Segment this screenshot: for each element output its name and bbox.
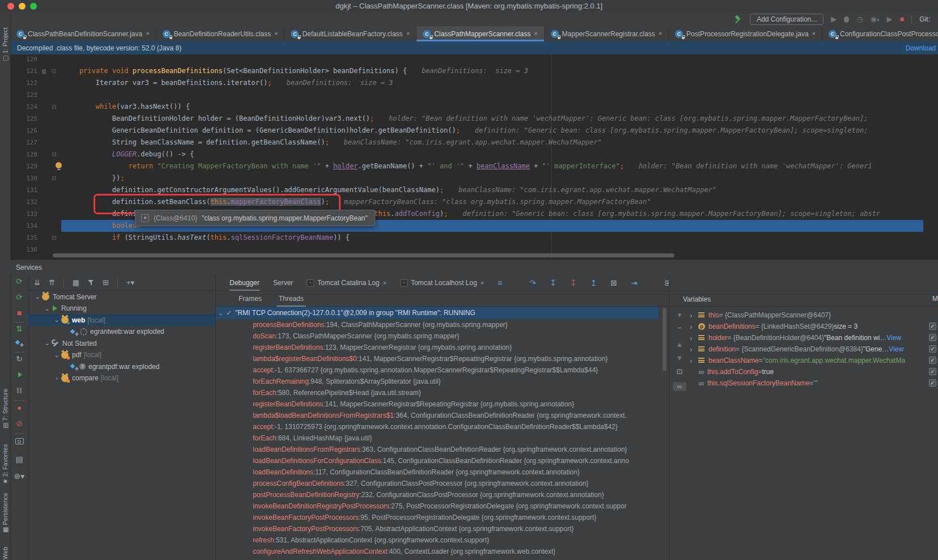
chevron-down-icon[interactable]: ⌄	[52, 351, 61, 359]
debug-server-icon[interactable]: ⟳	[10, 292, 28, 302]
stack-frame-row[interactable]: postProcessBeanDefinitionRegistry:232, C…	[216, 489, 669, 500]
fold-marker-icon[interactable]: ⊟	[52, 172, 56, 184]
enabled-checkbox[interactable]: ✓	[929, 334, 936, 341]
tool-window-stripe-button[interactable]: Web	[2, 547, 9, 559]
stack-frame-row[interactable]: invokeBeanFactoryPostProcessors:705, Abs…	[216, 523, 669, 534]
stack-frame-row[interactable]: processConfigBeanDefinitions:327, Config…	[216, 478, 669, 489]
enabled-checkbox[interactable]: ✓	[929, 368, 936, 375]
stack-frame-row[interactable]: configureAndRefreshWebApplicationContext…	[216, 546, 669, 557]
layout-icon[interactable]: ▤	[10, 455, 28, 464]
view-link[interactable]: View	[889, 345, 903, 353]
collapse-all-icon[interactable]: ⇈	[49, 278, 55, 287]
tree-row-compare[interactable]: ›compare[local]	[28, 372, 215, 384]
chevron-right-icon[interactable]: ›	[690, 334, 698, 342]
code-line[interactable]: 122 Iterator var3 = beanDefinitions.iter…	[10, 77, 938, 89]
editor-tab[interactable]: CConfigurationClassPostProcessor.java×	[822, 26, 938, 41]
enabled-checkbox[interactable]: ✓	[929, 345, 936, 353]
group-by-icon[interactable]: ▦	[73, 278, 79, 287]
tab-frames[interactable]: Frames	[239, 291, 262, 307]
editor-tab[interactable]: CMapperScannerRegistrar.class×	[545, 26, 669, 41]
frames-scrollbar[interactable]	[663, 308, 667, 371]
add-watch-icon[interactable]: +	[674, 311, 685, 320]
tree-row-Tomcat-Server[interactable]: ⌄Tomcat Server	[28, 291, 215, 303]
stack-frame-row[interactable]: accept:-1, 1310725973 {org.springframewo…	[216, 421, 669, 432]
add-configuration-button[interactable]: Add Configuration...	[750, 14, 824, 25]
view-breakpoints-icon[interactable]: ●	[10, 403, 28, 412]
debugger-tab-server[interactable]: Server	[273, 275, 293, 291]
remove-watch-icon[interactable]: −	[674, 324, 685, 333]
pause-icon[interactable]	[10, 386, 28, 395]
stack-frame-row[interactable]: invokeBeanDefinitionRegistryPostProcesso…	[216, 500, 669, 512]
stack-frame-row[interactable]: loadBeanDefinitionsFromRegistrars:363, C…	[216, 444, 669, 455]
variable-row[interactable]: ∞this.addToConfig = true	[690, 366, 927, 377]
thread-filter-icon[interactable]: ≡	[498, 279, 502, 287]
variable-row[interactable]: ›definition = {ScannedGenericBeanDefinit…	[690, 343, 927, 355]
stack-frame-row[interactable]: invokeBeanFactoryPostProcessors:95, Post…	[216, 512, 669, 523]
thread-row[interactable]: ⌄ ✓ "RMI TCP Connection(2)-127.0.0.1"@2,…	[216, 307, 658, 319]
fold-marker-icon[interactable]: ⊟	[52, 101, 56, 113]
step-out-icon[interactable]: ↥	[590, 279, 597, 287]
code-line[interactable]: 128⊟ LOGGER.debug(() -> {	[10, 149, 938, 160]
variable-row[interactable]: ∞this.sqlSessionFactoryBeanName = ""	[690, 377, 927, 389]
step-over-icon[interactable]: ↷	[529, 279, 536, 287]
enabled-checkbox[interactable]: ✓	[929, 323, 936, 330]
close-icon[interactable]: ×	[659, 31, 662, 37]
close-icon[interactable]: ×	[406, 31, 410, 37]
stop-button-icon[interactable]: ■	[899, 15, 904, 23]
close-icon[interactable]: ×	[812, 31, 816, 37]
mute-breakpoints-icon[interactable]: ⊘	[10, 419, 28, 428]
code-line[interactable]: 121@⊟ private void processBeanDefinition…	[10, 65, 938, 77]
move-up-icon[interactable]: ▲	[674, 340, 685, 349]
fold-marker-icon[interactable]: ⊟	[52, 65, 56, 77]
close-window-button[interactable]	[7, 3, 14, 10]
variable-row[interactable]: ›holder = {BeanDefinitionHolder@6404} "B…	[690, 332, 927, 343]
stack-frame-row[interactable]: forEachRemaining:948, Spliterators$Array…	[216, 376, 669, 387]
code-line[interactable]: 127 String beanClassName = definition.ge…	[10, 137, 938, 149]
tool-window-stripe-button[interactable]: ▦ Persistence	[2, 493, 9, 533]
run-to-cursor-icon[interactable]: ⇥	[631, 279, 638, 287]
build-hammer-icon[interactable]	[734, 15, 742, 24]
chevron-down-icon[interactable]: ⌄	[33, 293, 42, 300]
console-log-tab[interactable]: ›Tomcat Localhost Log×	[400, 279, 484, 287]
chevron-right-icon[interactable]: ›	[690, 345, 698, 354]
chevron-right-icon[interactable]: ›	[690, 323, 698, 331]
stack-frame-row[interactable]: registerBeanDefinitions:141, MapperScann…	[216, 398, 669, 410]
rerun-server-icon[interactable]: ⟳	[10, 277, 28, 286]
deploy-all-icon[interactable]: ⇅	[10, 324, 28, 333]
tool-window-stripe-button[interactable]: ▢ 1: Project	[2, 27, 9, 61]
settings-icon[interactable]: ⊛▾	[10, 472, 28, 481]
stack-frame-row[interactable]: accept:-1, 637366727 {org.mybatis.spring…	[216, 364, 669, 376]
editor-tab[interactable]: CPostProcessorRegistrationDelegate.java×	[669, 26, 822, 41]
view-link[interactable]: View	[886, 334, 901, 342]
tool-window-stripe-button[interactable]: ★ 2: Favorites	[2, 444, 9, 484]
refresh-icon[interactable]: ↻	[10, 354, 28, 363]
expand-value-icon[interactable]: +	[141, 214, 149, 222]
stack-frame-row[interactable]: forEach:580, ReferencePipeline$Head {jav…	[216, 387, 669, 398]
close-icon[interactable]: ×	[383, 280, 386, 286]
step-into-icon[interactable]: ↧	[550, 279, 557, 287]
stack-frame-row[interactable]: lambda$registerBeanDefinitions$0:141, Ma…	[216, 353, 669, 364]
enabled-checkbox[interactable]: ✓	[929, 379, 936, 387]
chevron-down-icon[interactable]: ⌄	[52, 316, 61, 324]
zoom-window-button[interactable]	[30, 3, 37, 10]
chevron-down-icon[interactable]: ⌄	[43, 340, 52, 347]
editor-tab[interactable]: CBeanDefinitionReaderUtils.class×	[156, 26, 285, 41]
tree-row-web[interactable]: ⌄web[local]	[28, 314, 215, 326]
intention-bulb-icon[interactable]	[56, 162, 62, 168]
thread-dump-icon[interactable]	[10, 436, 28, 446]
evaluate-icon[interactable]: ⊞	[103, 278, 109, 287]
resume-icon[interactable]	[10, 370, 28, 379]
stop-server-icon[interactable]: ■	[10, 308, 28, 317]
stack-frame-row[interactable]: registerBeanDefinitions:123, MapperScann…	[216, 342, 669, 353]
chevron-right-icon[interactable]: ›	[690, 311, 698, 320]
chevron-down-icon[interactable]: ⌄	[43, 305, 52, 312]
tool-window-stripe-button[interactable]: ▤ 7: Structure	[2, 389, 9, 429]
close-icon[interactable]: ×	[146, 31, 149, 37]
force-step-into-icon[interactable]: ↧	[570, 279, 577, 287]
minimize-window-button[interactable]	[19, 3, 26, 10]
tree-row-egrantpdf-war-exploded[interactable]: ?egrantpdf:war exploded	[28, 360, 215, 372]
tree-row-Running[interactable]: ⌄Running	[28, 303, 215, 315]
debugger-tab-debugger[interactable]: Debugger	[230, 275, 260, 291]
close-icon[interactable]: ×	[481, 280, 484, 286]
variable-row[interactable]: ›this = {ClassPathMapperScanner@6407}	[690, 309, 927, 321]
